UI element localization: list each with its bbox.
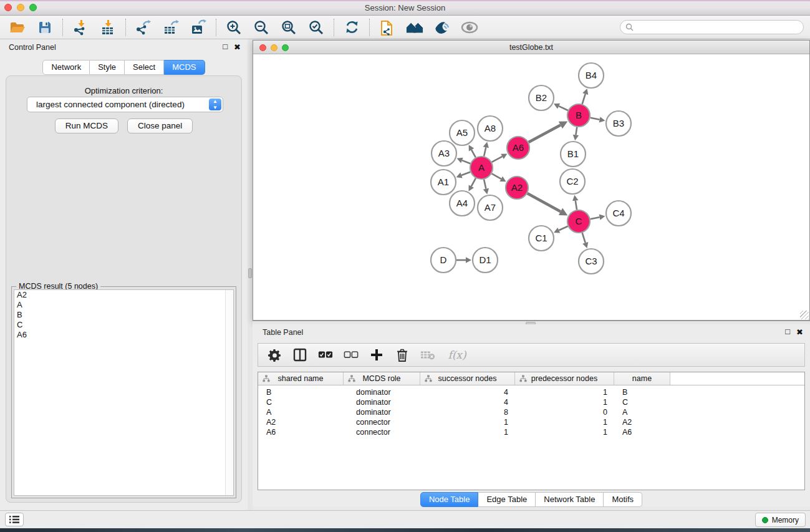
edge-A-A1[interactable]	[461, 172, 470, 175]
graph-node-A3[interactable]: A3	[432, 141, 456, 166]
graph-node-C4[interactable]: C4	[606, 201, 631, 226]
column-header-name[interactable]: name	[614, 372, 670, 385]
graph-node-B[interactable]: B	[567, 104, 590, 127]
graph-node-A6[interactable]: A6	[507, 137, 529, 159]
result-scrollbar[interactable]	[225, 290, 233, 495]
edge-A-A7[interactable]	[484, 180, 486, 189]
criterion-dropdown[interactable]: largest connected component (directed) ▲…	[27, 97, 223, 112]
edge-A-A6[interactable]	[492, 157, 503, 162]
graph-node-A7[interactable]: A7	[478, 195, 503, 220]
table-row-c[interactable]: Cdominator41C	[258, 397, 804, 407]
edge-A-A8[interactable]	[484, 147, 486, 156]
open-file-icon[interactable]	[9, 19, 26, 36]
memory-button[interactable]: Memory	[755, 513, 806, 527]
table-row-a2[interactable]: A2connector11A2	[258, 417, 804, 427]
edge-A-A4[interactable]	[471, 178, 476, 186]
delete-column-icon[interactable]	[395, 347, 410, 362]
graph-node-B4[interactable]: B4	[579, 63, 604, 88]
edge-B-B2[interactable]	[559, 106, 568, 110]
tab-style[interactable]: Style	[90, 60, 125, 75]
graph-node-B3[interactable]: B3	[606, 111, 631, 136]
edge-B-B1[interactable]	[576, 127, 577, 135]
edge-C-C3[interactable]	[582, 233, 586, 243]
tab-network-table[interactable]: Network Table	[536, 492, 604, 507]
float-panel-icon[interactable]: □	[785, 327, 790, 336]
export-table-icon[interactable]	[162, 19, 180, 36]
graph-node-A4[interactable]: A4	[450, 191, 475, 216]
edge-B-B3[interactable]	[591, 118, 600, 120]
column-header-successor-nodes[interactable]: successor nodes	[420, 372, 515, 385]
edge-A-A5[interactable]	[471, 150, 476, 157]
graph-node-C3[interactable]: C3	[579, 249, 604, 274]
search-field[interactable]	[620, 20, 804, 34]
edge-A-A2[interactable]	[492, 173, 501, 179]
table-row-a6[interactable]: A6connector11A6	[258, 427, 804, 437]
deselect-all-icon[interactable]	[344, 347, 359, 362]
edge-A2-C[interactable]	[528, 193, 561, 211]
run-mcds-button[interactable]: Run MCDS	[55, 118, 118, 133]
node-table[interactable]: shared nameMCDS rolesuccessor nodesprede…	[258, 372, 805, 490]
graph-node-B2[interactable]: B2	[529, 85, 554, 110]
close-panel-button[interactable]: Close panel	[127, 118, 193, 133]
home-icon[interactable]	[406, 19, 423, 36]
style-eye-icon[interactable]	[433, 19, 451, 36]
graph-node-A2[interactable]: A2	[506, 177, 528, 199]
zoom-in-icon[interactable]	[225, 19, 243, 36]
tab-edge-table[interactable]: Edge Table	[478, 492, 536, 507]
float-panel-icon[interactable]: □	[223, 42, 228, 51]
result-item-b[interactable]: B	[14, 310, 233, 320]
edge-C-C1[interactable]	[559, 226, 567, 230]
graph-node-A8[interactable]: A8	[478, 116, 503, 141]
mcds-result-list[interactable]: A2ABCA6	[14, 289, 234, 496]
save-session-icon[interactable]	[36, 19, 54, 36]
edge-A6-B[interactable]	[529, 125, 561, 142]
network-window-titlebar[interactable]: testGlobe.txt	[253, 41, 809, 54]
task-history-button[interactable]	[5, 513, 24, 526]
table-row-a[interactable]: Adominator80A	[258, 407, 804, 417]
import-table-icon[interactable]	[99, 19, 117, 36]
close-panel-icon[interactable]: ✖	[234, 42, 241, 52]
delete-table-icon[interactable]	[420, 347, 435, 362]
graph-node-A5[interactable]: A5	[450, 120, 475, 145]
graph-node-D1[interactable]: D1	[473, 248, 498, 273]
network-canvas[interactable]: B4B2BB3A5A8A6A3B1AA1A2C2A4A7CC4C1C3DD1	[253, 54, 809, 320]
result-item-a[interactable]: A	[14, 300, 233, 310]
import-network-icon[interactable]	[72, 19, 89, 36]
graph-node-B1[interactable]: B1	[561, 142, 586, 167]
edge-C-C2[interactable]	[576, 201, 577, 210]
tab-mcds[interactable]: MCDS	[164, 60, 205, 75]
column-header-shared-name[interactable]: shared name	[258, 372, 344, 385]
tab-node-table[interactable]: Node Table	[420, 492, 479, 507]
graph-node-C1[interactable]: C1	[529, 226, 554, 251]
search-input[interactable]	[634, 23, 789, 32]
settings-gear-icon[interactable]	[267, 347, 282, 362]
close-panel-icon[interactable]: ✖	[796, 327, 803, 337]
edge-A-A3[interactable]	[462, 160, 470, 163]
divider-handle[interactable]	[248, 268, 252, 278]
zoom-out-icon[interactable]	[253, 19, 270, 36]
network-document-icon[interactable]	[378, 19, 396, 36]
edge-B-B4[interactable]	[582, 94, 586, 104]
column-header-predecessor-nodes[interactable]: predecessor nodes	[515, 372, 614, 385]
export-network-icon[interactable]	[135, 19, 152, 36]
birds-eye-view-icon[interactable]	[461, 19, 478, 36]
graph-node-D[interactable]: D	[431, 248, 456, 273]
table-row-b[interactable]: Bdominator41B	[258, 387, 804, 397]
tab-motifs[interactable]: Motifs	[604, 492, 642, 507]
zoom-fit-icon[interactable]	[280, 19, 297, 36]
refresh-icon[interactable]	[343, 19, 360, 36]
zoom-selected-icon[interactable]	[307, 19, 325, 36]
result-item-a2[interactable]: A2	[14, 290, 233, 300]
result-item-c[interactable]: C	[14, 320, 233, 330]
edge-C-C4[interactable]	[591, 217, 600, 219]
graph-node-C2[interactable]: C2	[560, 169, 585, 194]
add-column-icon[interactable]	[369, 347, 384, 362]
function-builder-icon[interactable]: f(x)	[446, 347, 468, 362]
graph-node-A1[interactable]: A1	[431, 170, 456, 195]
tab-network[interactable]: Network	[42, 60, 90, 75]
export-image-icon[interactable]	[190, 19, 207, 36]
window-resize-grip[interactable]	[800, 311, 809, 319]
tab-select[interactable]: Select	[125, 60, 164, 75]
vertical-split-divider[interactable]	[248, 39, 253, 510]
graph-node-A[interactable]: A	[470, 157, 493, 179]
